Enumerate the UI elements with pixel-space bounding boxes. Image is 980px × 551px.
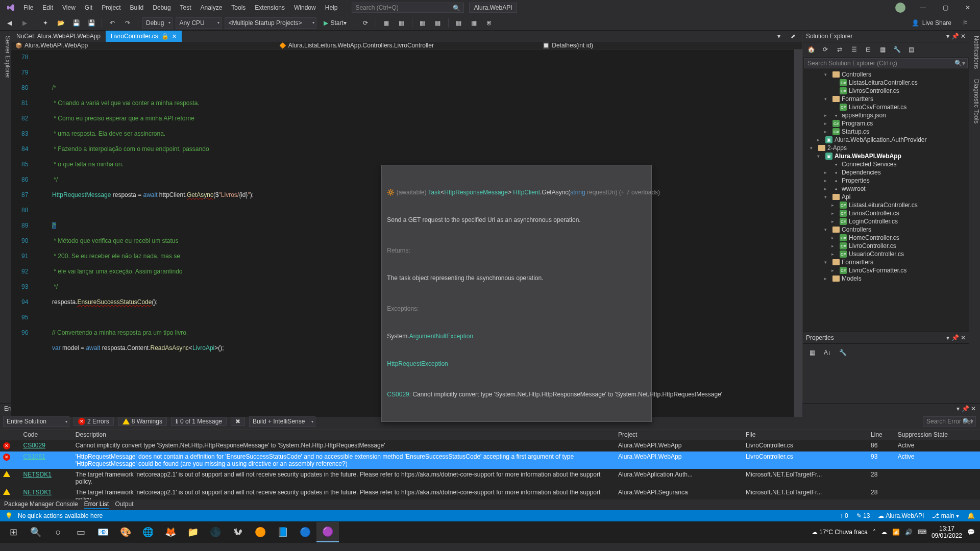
menu-window[interactable]: Window	[290, 2, 320, 13]
menu-edit[interactable]: Edit	[38, 2, 57, 13]
code-content[interactable]: /* * Criando a variá vel que vai conter …	[34, 49, 794, 417]
dbeaver-icon[interactable]: 🐿	[227, 522, 249, 542]
tool-icon[interactable]: ▦	[416, 17, 429, 29]
tree-item[interactable]: ▸▣Alura.WebAplication.AuthProvider	[803, 136, 969, 144]
tree-item[interactable]: ▾Formartters	[803, 95, 969, 103]
nav-project[interactable]: 📦 Alura.WebAPI.WebApp	[11, 42, 275, 49]
notifications-tab[interactable]: Notifications	[969, 36, 980, 69]
cortana-icon[interactable]: ○	[47, 522, 69, 542]
tree-item[interactable]: ▸▪Properties	[803, 177, 969, 185]
close-icon[interactable]: ✕	[172, 33, 177, 40]
tray-chevron-icon[interactable]: ˄	[873, 529, 876, 536]
save-all-icon[interactable]: 💾	[85, 17, 97, 29]
tree-item[interactable]: ▸C#HomeController.cs	[803, 234, 969, 242]
error-row[interactable]: NETSDK1The target framework 'netcoreapp2…	[0, 487, 980, 500]
changes-icon[interactable]: ✎ 13	[856, 512, 870, 519]
postman-icon[interactable]: 🟠	[249, 522, 272, 542]
tool-icon[interactable]: ▦	[453, 17, 465, 29]
categorize-icon[interactable]: ▦	[806, 347, 818, 358]
diagnostics-tab[interactable]: Diagnostic Tools	[969, 79, 980, 123]
wifi-icon[interactable]: 📶	[892, 529, 900, 536]
notifications-tray-icon[interactable]: 💬	[967, 529, 975, 536]
tab-errorlist[interactable]: Error List	[84, 500, 109, 509]
tool-icon[interactable]: ▦	[380, 17, 393, 29]
tree-item[interactable]: ▾Controllers	[803, 226, 969, 234]
tree-item[interactable]: ▸Models	[803, 274, 969, 283]
tree-item[interactable]: ▾Controllers	[803, 70, 969, 79]
visualstudio-icon[interactable]: 🟣	[316, 522, 339, 542]
menu-git[interactable]: Git	[81, 2, 96, 13]
refresh-icon[interactable]: ⟳	[359, 17, 372, 29]
tree-item[interactable]: ▸C#LoginController.cs	[803, 217, 969, 226]
tree-item[interactable]: C#ListasLeituraController.cs	[803, 79, 969, 87]
chrome-icon[interactable]: 🔵	[294, 522, 316, 542]
clock-date[interactable]: 09/01/2022	[932, 532, 962, 539]
vscode-icon[interactable]: 📘	[272, 522, 294, 542]
code-editor[interactable]: 78798081828384858687888990919293949596 /…	[11, 49, 802, 417]
tool-icon[interactable]: ▦	[468, 17, 480, 29]
tree-item[interactable]: ▾Api	[803, 193, 969, 201]
build-filter[interactable]: Build + IntelliSense	[249, 416, 315, 427]
bookmark-icon[interactable]: ⛨	[483, 17, 496, 29]
preview-icon[interactable]: ▤	[905, 44, 917, 55]
error-row[interactable]: ✕CS1061'HttpRequestMessage' does not con…	[0, 452, 980, 469]
forward-button[interactable]: ▶	[18, 17, 31, 29]
showall-icon[interactable]: ▦	[876, 44, 889, 55]
refresh-icon[interactable]: ⟳	[819, 44, 831, 55]
redo-icon[interactable]: ↷	[121, 17, 134, 29]
nav-method[interactable]: 🔲 Detalhes(int id)	[538, 42, 802, 49]
props-icon[interactable]: 🔧	[837, 347, 849, 358]
solution-tree[interactable]: ▾Controllers C#ListasLeituraController.c…	[803, 69, 969, 332]
error-row[interactable]: NETSDK1The target framework 'netcoreapp2…	[0, 469, 980, 487]
taskview-icon[interactable]: ▭	[69, 522, 92, 542]
tab-livrocontroller[interactable]: LivroController.cs🔒✕	[106, 31, 182, 42]
tab-overflow-icon[interactable]: ▾	[773, 31, 785, 42]
undo-icon[interactable]: ↶	[106, 17, 118, 29]
save-icon[interactable]: 💾	[70, 17, 82, 29]
tree-item[interactable]: ▸C#LivrosController.cs	[803, 209, 969, 217]
open-icon[interactable]: 📂	[55, 17, 67, 29]
menu-tools[interactable]: Tools	[227, 2, 250, 13]
menu-build[interactable]: Build	[126, 2, 148, 13]
repo-name[interactable]: ☁ Alura.WebAPI	[878, 512, 924, 519]
sync-icon[interactable]: ⇄	[834, 44, 846, 55]
errors-filter[interactable]: ✕2 Errors	[74, 417, 114, 426]
solution-search[interactable]: Search Solution Explorer (Ctrl+ç)🔍▾	[804, 58, 968, 68]
mail-icon[interactable]: 📧	[92, 522, 114, 542]
tree-item[interactable]: ▾2-Apps	[803, 144, 969, 152]
tree-item[interactable]: ▸C#UsuarioController.cs	[803, 250, 969, 258]
minimize-button[interactable]: —	[913, 1, 933, 15]
weather-widget[interactable]: ☁ 17°C Chuva fraca	[812, 529, 868, 536]
language-icon[interactable]: ⌨	[918, 529, 926, 536]
firefox-icon[interactable]: 🦊	[159, 522, 182, 542]
scrollbar[interactable]	[794, 49, 802, 417]
tab-pmc[interactable]: Package Manager Console	[4, 500, 78, 509]
error-table[interactable]: CodeDescriptionProjectFileLineSuppressio…	[0, 430, 980, 499]
filter-icon[interactable]: ☰	[848, 44, 860, 55]
error-row[interactable]: ✕CS0029Cannot implicitly convert type 'S…	[0, 440, 980, 452]
menu-extensions[interactable]: Extensions	[251, 2, 289, 13]
explorer-icon[interactable]: 📁	[182, 522, 204, 542]
publish-icon[interactable]: ↑ 0	[840, 512, 848, 519]
tree-item[interactable]: ▸▪Dependencies	[803, 168, 969, 177]
start-icon[interactable]: ⊞	[2, 522, 24, 542]
tree-item[interactable]: ▸C#LivroController.cs	[803, 242, 969, 250]
live-share-button[interactable]: 👤 Live Share🏳	[906, 17, 977, 29]
paint-icon[interactable]: 🎨	[114, 522, 137, 542]
menu-debug[interactable]: Debug	[149, 2, 175, 13]
eclipse-icon[interactable]: 🌑	[204, 522, 227, 542]
menu-analyze[interactable]: Analyze	[197, 2, 227, 13]
maximize-pane-icon[interactable]: ⬈	[787, 31, 799, 42]
tree-item[interactable]: ▸C#ListasLeituraController.cs	[803, 201, 969, 209]
tool-icon[interactable]: ▦	[432, 17, 444, 29]
server-explorer-tab[interactable]: Server Explorer	[4, 36, 11, 403]
tree-item[interactable]: ▸▪wwwroot	[803, 185, 969, 193]
tree-item[interactable]: ▸C#Program.cs	[803, 119, 969, 128]
notifications-icon[interactable]: 🏳	[960, 17, 972, 29]
branch-name[interactable]: ⎇ main ▾	[932, 512, 959, 519]
tree-item[interactable]: C#LivroCsvFormatter.cs	[803, 103, 969, 111]
tree-item[interactable]: C#LivrosController.cs	[803, 87, 969, 95]
tree-item[interactable]: ▸C#Startup.cs	[803, 128, 969, 136]
properties-icon[interactable]: 🔧	[891, 44, 903, 55]
tab-output[interactable]: Output	[115, 500, 133, 509]
